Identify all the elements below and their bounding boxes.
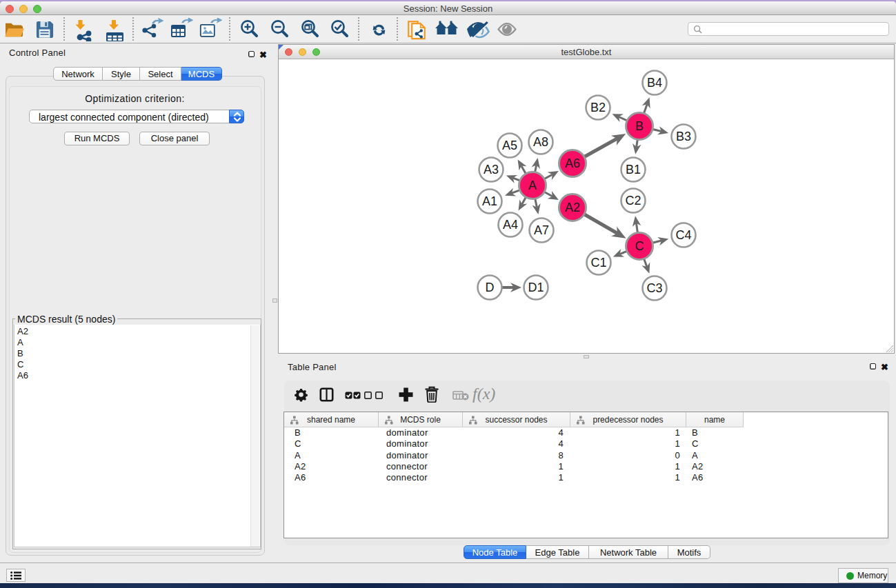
svg-text:A3: A3 (484, 163, 499, 176)
svg-text:C4: C4 (675, 228, 691, 242)
svg-text:B1: B1 (626, 163, 641, 176)
svg-text:C2: C2 (625, 194, 641, 207)
svg-text:A8: A8 (533, 135, 548, 149)
svg-text:A: A (528, 179, 537, 192)
svg-text:C3: C3 (646, 281, 662, 295)
svg-text:D1: D1 (528, 281, 544, 294)
svg-text:A1: A1 (482, 194, 497, 208)
svg-text:B2: B2 (590, 101, 606, 114)
svg-text:B: B (635, 119, 644, 133)
svg-text:A4: A4 (503, 218, 518, 232)
svg-text:A2: A2 (565, 201, 580, 214)
svg-text:C1: C1 (590, 256, 606, 270)
svg-text:A5: A5 (502, 139, 517, 152)
svg-text:A7: A7 (534, 223, 549, 237)
svg-text:A6: A6 (565, 156, 580, 170)
svg-text:B4: B4 (647, 76, 662, 90)
svg-text:D: D (486, 281, 495, 294)
svg-text:C: C (635, 239, 644, 253)
svg-text:B3: B3 (676, 130, 691, 143)
